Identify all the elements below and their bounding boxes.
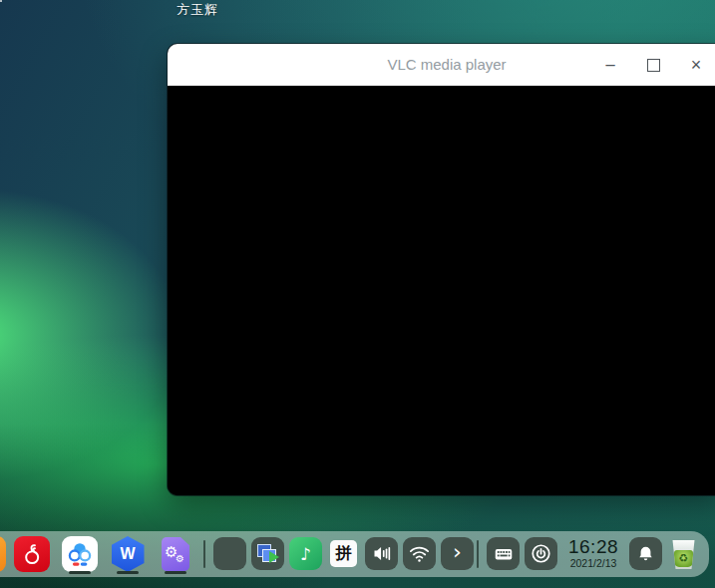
wps-office-icon: W — [112, 536, 145, 572]
vlc-video-area[interactable] — [168, 86, 715, 495]
tray-wifi[interactable] — [403, 537, 436, 570]
minimize-button[interactable]: − — [596, 51, 624, 79]
desktop-icon-label[interactable]: 方玉辉 — [177, 1, 218, 19]
maximize-button[interactable] — [639, 51, 667, 79]
vlc-window: VLC media player − × — [168, 44, 715, 495]
trash-icon: ♻ — [671, 540, 696, 569]
dock-separator — [203, 540, 205, 568]
desktop-screen: 方玉辉 VLC media player − × — [0, 0, 715, 588]
clock[interactable]: 16:28 2021/2/13 — [560, 537, 626, 569]
tray-blank-item[interactable] — [213, 537, 246, 570]
tray-volume[interactable] — [365, 537, 398, 570]
tray-expand[interactable]: › — [441, 537, 474, 570]
window-title: VLC media player — [168, 44, 715, 86]
baidu-netdisk-icon — [63, 537, 97, 571]
dock-app-netease-music[interactable] — [14, 536, 50, 572]
gear-icon: ⚙ — [176, 553, 184, 564]
recycle-icon: ♻ — [674, 550, 693, 567]
close-icon: × — [691, 56, 702, 74]
notification-center-button[interactable] — [629, 537, 662, 570]
active-indicator-wps — [117, 571, 139, 574]
vlc-titlebar[interactable]: VLC media player − × — [168, 44, 715, 86]
tray-input-method[interactable]: 拼 — [327, 537, 360, 570]
media-windows-play-icon — [256, 543, 280, 565]
pinyin-input-icon: 拼 — [330, 540, 357, 567]
active-indicator-baidu — [69, 571, 91, 574]
minimize-icon: − — [604, 56, 615, 75]
onscreen-keyboard-icon — [493, 543, 515, 565]
trash[interactable]: ♻ — [667, 537, 700, 570]
clock-time: 16:28 — [560, 537, 626, 557]
power-icon — [530, 542, 552, 565]
dock-separator — [477, 540, 479, 568]
tray-media-recorder[interactable] — [251, 537, 284, 570]
installer-gears-icon: ⚙ ⚙ — [162, 537, 189, 571]
music-note-icon: ♪ — [300, 544, 311, 564]
active-indicator-installer — [165, 571, 186, 574]
wifi-icon — [408, 542, 431, 565]
clock-date: 2021/2/13 — [560, 557, 626, 569]
wps-letter: W — [120, 545, 135, 563]
power-button[interactable] — [525, 537, 557, 570]
netease-music-icon — [17, 539, 47, 569]
tray-music-player[interactable]: ♪ — [289, 537, 322, 570]
close-button[interactable]: × — [682, 51, 710, 79]
maximize-icon — [647, 59, 660, 72]
dock-app-installer[interactable]: ⚙ ⚙ — [158, 536, 193, 572]
wallpaper-stars — [0, 0, 2, 2]
pinyin-label: 拼 — [336, 543, 352, 564]
dock-app-wps-office[interactable]: W — [110, 536, 146, 572]
dock: W ⚙ ⚙ ♪ 拼 — [0, 531, 709, 577]
dock-app-baidu-netdisk[interactable] — [62, 536, 98, 572]
dock-app-clipped-orange[interactable] — [0, 536, 6, 572]
bell-icon — [636, 544, 655, 563]
chevron-right-icon: › — [453, 541, 462, 563]
onscreen-keyboard-button[interactable] — [487, 537, 520, 570]
speaker-icon — [371, 543, 392, 564]
